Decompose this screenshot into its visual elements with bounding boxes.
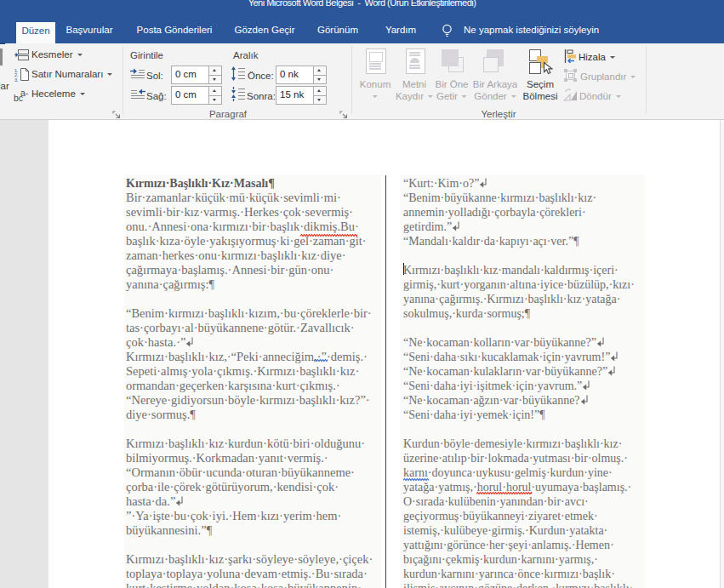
svg-text:3.: 3.: [14, 77, 19, 83]
